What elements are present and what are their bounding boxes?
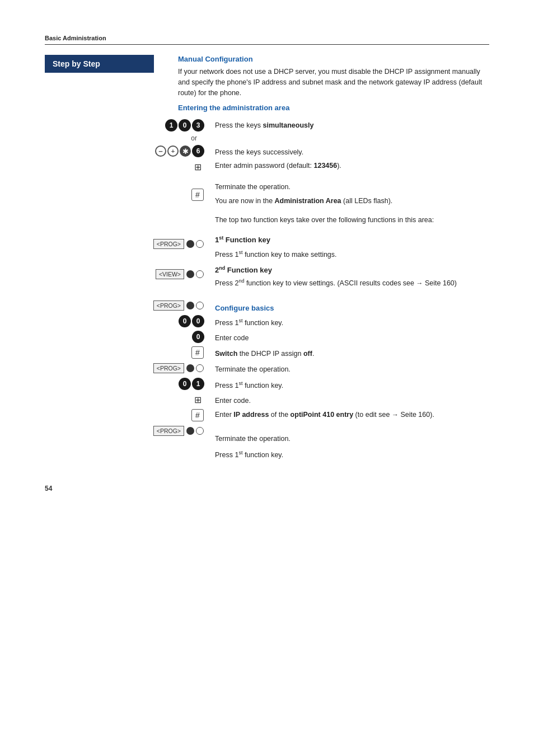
cb-press3-text: Press 1st function key. — [215, 450, 283, 459]
num-0a: 0 — [179, 315, 191, 327]
num-0b: 0 — [192, 315, 204, 327]
hash-box-icon-3: # — [191, 409, 204, 421]
circle-dots-cb2 — [186, 364, 204, 372]
admin-area-text: You are now in the Administration Area (… — [215, 196, 392, 206]
entering-admin-title: Entering the administration area — [178, 104, 489, 112]
hash-box-icon-1: # — [191, 189, 204, 201]
cb-enter-code-row: Enter code — [215, 330, 489, 346]
step-by-step-box: Step by Step — [45, 55, 154, 73]
circle-filled-2 — [186, 270, 194, 278]
circle-filled-cb3 — [186, 427, 194, 435]
step-terminate-cb2: # — [45, 345, 205, 360]
cb-press3-row: Press 1st function key. — [215, 447, 489, 462]
step-prog-cb3: <PROG> — [45, 423, 205, 439]
top-two-keys-row: The top two function keys take over the … — [215, 214, 489, 233]
prog-btn-1: <PROG> — [153, 239, 184, 249]
cb-press1-text: Press 1st function key. — [215, 318, 283, 327]
press-simultaneously-row: Press the keys simultaneously — [215, 118, 489, 133]
step-01: 0 1 — [45, 376, 205, 392]
sym-plus: + — [167, 145, 179, 157]
hash-icon: ⊞ — [191, 161, 204, 173]
sym-star: ✱ — [180, 145, 191, 157]
cb-press2-text: Press 1st function key. — [215, 381, 283, 389]
header-title: Basic Administration — [45, 35, 106, 41]
num-1b: 1 — [192, 378, 204, 390]
circle-dots-cb1 — [186, 302, 204, 309]
step-103: 1 0 3 — [45, 118, 205, 133]
circle-empty-2 — [196, 270, 204, 278]
section-entering-admin: Entering the administration area — [178, 104, 489, 112]
configure-basics-title: Configure basics — [215, 304, 274, 312]
fn1-title: 1st Function key — [215, 235, 270, 244]
cb-enter-code-text: Enter code — [215, 334, 249, 342]
num-0d: 0 — [179, 378, 191, 390]
circle-filled-cb1 — [186, 302, 194, 309]
manual-config-title: Manual Configuration — [178, 55, 489, 63]
step-prog-cb2: <PROG> — [45, 360, 205, 376]
page-number: 54 — [45, 485, 489, 492]
cb-press1-row: Press 1st function key. — [215, 314, 489, 330]
cb-enter-ip-text: Enter IP address of the optiPoint 410 en… — [215, 410, 434, 420]
num-0: 0 — [179, 119, 191, 132]
fn2-title-row: 2nd Function key — [215, 263, 489, 276]
fn1-press-row: Press 1st function key to make settings. — [215, 246, 489, 262]
step-prog-1: <PROG> — [45, 236, 205, 252]
step-hash: ⊞ — [45, 159, 205, 175]
num-0c: 0 — [192, 331, 204, 343]
prog-btn-cb3: <PROG> — [153, 426, 184, 436]
circle-empty-cb2 — [196, 364, 204, 372]
cb-terminate3-row: Terminate the operation. — [215, 431, 489, 447]
circle-dots-cb3 — [186, 427, 204, 435]
cb-enter-code01-row: Enter code. — [215, 393, 489, 408]
view-btn-1: <VIEW> — [156, 269, 184, 279]
cb-enter-code01-text: Enter code. — [215, 397, 251, 405]
enter-admin-pwd-row: Enter admin password (default: 123456). — [215, 160, 489, 179]
step-hash2: ⊞ — [45, 392, 205, 407]
cb-switch-dhcp-row: Switch the DHCP IP assign off. — [215, 346, 489, 361]
press-simultaneously-text: Press the keys simultaneously — [215, 121, 313, 129]
prog-btn-cb2: <PROG> — [153, 363, 184, 373]
hash-box-icon-2: # — [191, 346, 204, 359]
arrow-right-1: → — [416, 278, 423, 288]
enter-admin-pwd-text: Enter admin password (default: 123456). — [215, 162, 341, 170]
icon-column: 1 0 3 or − + ✱ 6 ⊞ # <PROG> — [45, 115, 213, 462]
step-terminate-cb3: # — [45, 407, 205, 423]
circle-filled-1 — [186, 240, 194, 248]
step-minus-plus-star-6: − + ✱ 6 — [45, 143, 205, 159]
fn1-title-row: 1st Function key — [215, 233, 489, 246]
cb-switch-dhcp-text: Switch the DHCP IP assign off. — [215, 350, 314, 358]
configure-basics-title-row: Configure basics — [215, 301, 489, 314]
prog-btn-cb1: <PROG> — [153, 300, 184, 311]
step-terminate1: # — [45, 187, 205, 203]
sym-minus: − — [155, 145, 166, 157]
hash-icon-2: ⊞ — [191, 393, 204, 406]
step-prog-cb1: <PROG> — [45, 298, 205, 313]
num-6a: 6 — [192, 145, 204, 157]
terminate1-row: Terminate the operation. — [215, 179, 489, 195]
circle-dots-1 — [186, 240, 204, 248]
circle-dots-2 — [186, 270, 204, 278]
right-panel: Manual Configuration If your network doe… — [168, 55, 489, 115]
cb-terminate3-text: Terminate the operation. — [215, 435, 291, 443]
cb-press2-row: Press 1st function key. — [215, 377, 489, 393]
manual-config-description: If your network does not use a DHCP serv… — [178, 67, 489, 98]
cb-terminate2-text: Terminate the operation. — [215, 365, 291, 373]
left-panel: Step by Step — [45, 55, 168, 115]
terminate1-text: Terminate the operation. — [215, 183, 291, 191]
cb-terminate2-row: Terminate the operation. — [215, 361, 489, 377]
header-line: Basic Administration — [45, 34, 489, 45]
cb-enter-ip-row: Enter IP address of the optiPoint 410 en… — [215, 408, 489, 431]
circle-filled-cb2 — [186, 364, 194, 372]
or-label: or — [45, 134, 205, 142]
press-successively-row: Press the keys successively. — [215, 144, 489, 160]
step-0c: 0 — [45, 329, 205, 345]
step-00: 0 0 — [45, 313, 205, 329]
circle-empty-cb1 — [196, 302, 204, 309]
num-3: 3 — [192, 119, 204, 132]
admin-area-row: You are now in the Administration Area (… — [215, 195, 489, 214]
top-two-keys-text: The top two function keys take over the … — [215, 215, 434, 226]
circle-empty-cb3 — [196, 427, 204, 435]
fn2-title: 2nd Function key — [215, 265, 272, 274]
press-successively-text: Press the keys successively. — [215, 148, 303, 156]
fn1-press-text: Press 1st function key to make settings. — [215, 250, 337, 259]
